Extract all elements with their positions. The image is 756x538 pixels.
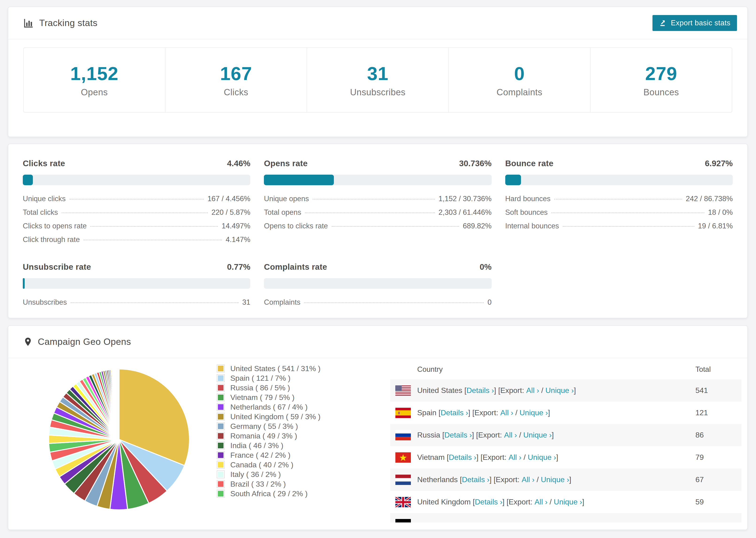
tracking-stats-card: Tracking stats Export basic stats 1,152O… [8,7,748,137]
dotted-leader [62,212,208,213]
details-link[interactable]: Details › [445,431,472,439]
total-cell: 67 [695,468,704,491]
bracket: [ [460,475,462,484]
country-cell: Vietnam [Details ›] [Export: All › / Uni… [417,446,558,468]
stat-value: 31 [367,63,388,84]
export-all-link[interactable]: All › [522,475,535,484]
progress-bar [264,278,491,289]
rate-header: Opens rate30.736% [264,159,491,168]
rate-title: Complaints rate [264,262,327,272]
bracket: ] [569,475,571,484]
export-all-link[interactable]: All › [504,431,517,439]
export-unique-link[interactable]: Unique › [541,475,569,484]
bracket: ] [472,431,476,439]
legend-item: United Kingdom ( 59 / 3% ) [217,413,320,420]
flag-icon-ru [395,430,411,440]
export-all-link[interactable]: All › [509,453,521,462]
export-label: [Export: [494,475,521,484]
legend-item: Germany ( 55 / 3% ) [217,422,320,430]
rate-stat-row: Opens to clicks rate689.82% [264,222,491,236]
rate-stat-row: Clicks to opens rate14.497% [23,222,250,236]
rate-stat-value: 0 [487,298,491,306]
slash: / [521,453,528,462]
geo-pie-legend: United States ( 541 / 31% )Spain ( 121 /… [217,365,320,497]
flag-icon-de [395,519,411,522]
legend-item: Vietnam ( 79 / 5% ) [217,394,320,401]
export-unique-link[interactable]: Unique › [528,453,556,462]
stat-cell-clicks: 167Clicks [165,48,307,112]
country-name: United States [417,386,464,395]
flag-icon-gb [395,497,411,507]
rate-stat-row: Unique clicks167 / 4.456% [23,194,250,208]
rate-title: Unsubscribe rate [23,262,91,272]
rate-stat-value: 14.497% [222,222,250,230]
bracket: ] [468,408,472,417]
export-unique-link[interactable]: Unique › [519,408,548,417]
export-all-link[interactable]: All › [526,386,539,395]
bracket: ] [582,498,584,506]
rate-header: Unsubscribe rate0.77% [23,262,250,272]
rate-stat-row: Complaints0 [264,298,491,312]
rate-stat-label: Soft bounces [505,208,548,217]
rate-stat-row: Soft bounces18 / 0% [505,208,733,222]
rate-stat-label: Clicks to opens rate [23,222,87,230]
rate-rows: Unsubscribes31 [23,298,250,312]
geo-opens-card: Campaign Geo Opens United States ( 541 /… [8,325,748,530]
rate-stat-label: Internal bounces [505,222,559,230]
dotted-leader [552,212,704,213]
legend-item: Romania ( 49 / 3% ) [217,432,320,440]
flag-icon-nl [395,475,411,485]
rate-stat-label: Unique clicks [23,194,66,203]
details-link[interactable]: Details › [475,498,502,506]
total-cell: 59 [695,491,704,513]
country-name: Russia [417,431,442,439]
rate-value: 4.46% [227,159,250,168]
details-link[interactable]: Details › [449,453,476,462]
export-all-link[interactable]: All › [535,498,548,506]
legend-item: India ( 46 / 3% ) [217,442,320,449]
slash: / [539,386,545,395]
legend-swatch [217,470,225,478]
stat-cell-opens: 1,152Opens [24,48,165,112]
rate-stat-label: Opens to clicks rate [264,222,328,230]
bracket: ] [548,408,550,417]
rate-rows: Unique clicks167 / 4.456%Total clicks220… [23,194,250,249]
country-name: Vietnam [417,453,447,462]
dotted-leader [563,226,694,227]
rate-stat-label: Unique opens [264,194,309,203]
geo-country-table: CountryTotalUnited States [Details ›] [E… [390,359,741,522]
dotted-leader [313,199,435,199]
rate-header: Clicks rate4.46% [23,159,250,168]
export-unique-link[interactable]: Unique › [523,431,552,439]
export-icon [659,19,667,27]
export-unique-link[interactable]: Unique › [545,386,574,395]
bracket: [ [442,431,445,439]
dotted-leader [332,226,459,227]
rate-value: 0% [480,262,492,272]
details-link[interactable]: Details › [462,475,489,484]
rate-stat-value: 689.82% [463,222,491,230]
geo-opens-body: United States ( 541 / 31% )Spain ( 121 /… [8,359,747,529]
table-row-spain: Spain [Details ›] [Export: All › / Uniqu… [390,402,741,424]
total-cell: 121 [695,402,708,424]
rate-stat-row: Click through rate4.147% [23,236,250,249]
rate-stat-label: Total clicks [23,208,58,217]
bracket: ] [476,453,481,462]
rate-stat-row: Total clicks220 / 5.87% [23,208,250,222]
legend-label: United Kingdom ( 59 / 3% ) [230,412,320,421]
rate-stat-label: Unsubscribes [23,298,67,306]
rate-rows: Unique opens1,152 / 30.736%Total opens2,… [264,194,491,236]
legend-label: Brazil ( 33 / 2% ) [230,480,286,488]
details-link[interactable]: Details › [441,408,468,417]
stat-cell-unsubscribes: 31Unsubscribes [307,48,449,112]
export-unique-link[interactable]: Unique › [554,498,582,506]
rate-stat-value: 4.147% [226,236,250,244]
legend-label: Spain ( 121 / 7% ) [230,374,291,383]
export-all-link[interactable]: All › [500,408,513,417]
total-cell: 86 [695,424,704,446]
export-button-label: Export basic stats [671,19,730,27]
export-basic-stats-button[interactable]: Export basic stats [652,15,737,31]
details-link[interactable]: Details › [466,386,494,395]
export-label: [Export: [476,431,504,439]
country-cell: United States [Details ›] [Export: All ›… [417,379,576,402]
